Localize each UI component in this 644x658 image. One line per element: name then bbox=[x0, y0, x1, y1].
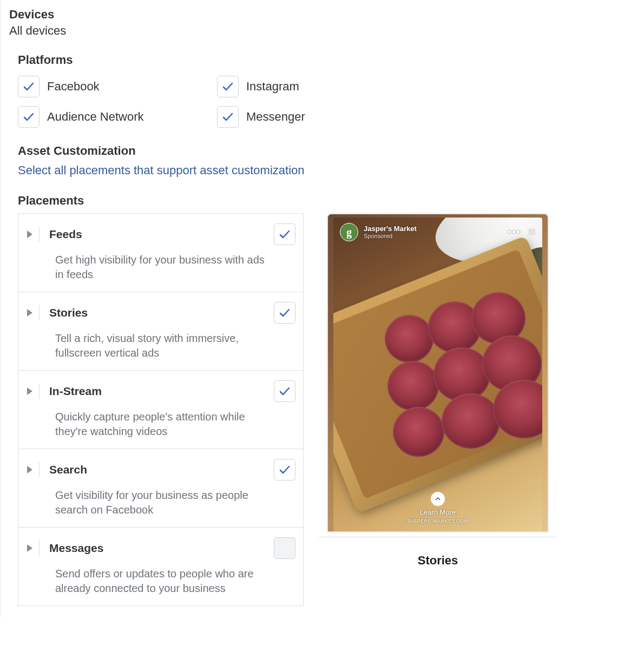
check-icon bbox=[278, 306, 291, 319]
platform-instagram-checkbox[interactable] bbox=[217, 76, 239, 97]
site-label: JASPERS-MARKET.COM bbox=[407, 518, 468, 524]
placement-in-stream-checkbox[interactable] bbox=[274, 380, 295, 402]
placement-search-title: Search bbox=[49, 463, 274, 476]
platform-instagram: Instagram bbox=[217, 76, 635, 97]
placement-in-stream: In-Stream Quickly capture people's atten… bbox=[18, 371, 303, 449]
placement-search-checkbox[interactable] bbox=[274, 459, 295, 481]
platform-messenger: Messenger bbox=[217, 106, 635, 128]
platform-audience-network-checkbox[interactable] bbox=[18, 106, 40, 128]
platforms-heading: Platforms bbox=[18, 53, 635, 67]
platform-facebook-label: Facebook bbox=[47, 80, 100, 94]
advertiser-avatar: g bbox=[340, 223, 358, 241]
placement-feeds-checkbox[interactable] bbox=[274, 223, 295, 245]
check-icon bbox=[221, 80, 234, 93]
placement-feeds-title: Feeds bbox=[49, 228, 274, 241]
platform-facebook-checkbox[interactable] bbox=[18, 76, 40, 97]
caret-right-icon[interactable] bbox=[27, 231, 32, 238]
check-icon bbox=[278, 385, 291, 398]
divider bbox=[39, 227, 40, 242]
more-icon[interactable]: ••• bbox=[508, 227, 521, 238]
check-icon bbox=[278, 228, 291, 241]
placement-feeds-desc: Get high visibility for your business wi… bbox=[55, 253, 295, 282]
caret-right-icon[interactable] bbox=[27, 466, 32, 473]
platform-messenger-checkbox[interactable] bbox=[217, 106, 239, 128]
platform-facebook: Facebook bbox=[18, 76, 217, 97]
placement-stories-title: Stories bbox=[49, 306, 274, 319]
placement-stories-desc: Tell a rich, visual story with immersive… bbox=[55, 331, 295, 360]
placements-list: Feeds Get high visibility for your busin… bbox=[18, 213, 304, 606]
platform-audience-network-label: Audience Network bbox=[47, 110, 144, 124]
story-image: g Jasper's Market Sponsored ••• ✕ bbox=[333, 218, 542, 531]
placements-heading: Placements bbox=[18, 194, 635, 208]
check-icon bbox=[278, 463, 291, 476]
divider bbox=[39, 305, 40, 320]
check-icon bbox=[22, 80, 35, 93]
caret-right-icon[interactable] bbox=[27, 544, 32, 552]
chevron-up-icon[interactable] bbox=[431, 492, 445, 506]
placement-messages-title: Messages bbox=[49, 542, 274, 555]
platform-messenger-label: Messenger bbox=[246, 110, 305, 124]
placement-messages-desc: Send offers or updates to people who are… bbox=[55, 567, 295, 596]
placement-in-stream-desc: Quickly capture people's attention while… bbox=[55, 410, 295, 439]
caret-right-icon[interactable] bbox=[27, 387, 32, 395]
placement-in-stream-title: In-Stream bbox=[49, 385, 274, 398]
placement-messages: Messages Send offers or updates to peopl… bbox=[18, 528, 303, 606]
divider bbox=[39, 462, 40, 477]
placement-stories-checkbox[interactable] bbox=[274, 302, 295, 324]
check-icon bbox=[221, 110, 234, 123]
platform-audience-network: Audience Network bbox=[18, 106, 217, 128]
platform-instagram-label: Instagram bbox=[246, 80, 299, 94]
placement-stories: Stories Tell a rich, visual story with i… bbox=[18, 292, 303, 371]
asset-customization-link[interactable]: Select all placements that support asset… bbox=[18, 163, 305, 177]
placement-feeds: Feeds Get high visibility for your busin… bbox=[18, 214, 303, 292]
preview-label: Stories bbox=[319, 537, 557, 573]
devices-value: All devices bbox=[9, 24, 635, 38]
placement-messages-checkbox[interactable] bbox=[274, 537, 295, 559]
check-icon bbox=[22, 110, 35, 123]
advertiser-name: Jasper's Market bbox=[364, 225, 502, 233]
asset-customization-heading: Asset Customization bbox=[18, 144, 635, 158]
placement-search-desc: Get visibility for your business as peop… bbox=[55, 488, 295, 517]
cta-label[interactable]: Learn More bbox=[420, 508, 456, 516]
devices-heading: Devices bbox=[9, 8, 635, 22]
divider bbox=[39, 541, 40, 556]
placement-search: Search Get visibility for your business … bbox=[18, 449, 303, 528]
sponsored-label: Sponsored bbox=[364, 233, 502, 239]
phone-frame: g Jasper's Market Sponsored ••• ✕ bbox=[327, 213, 549, 532]
close-icon[interactable]: ✕ bbox=[528, 226, 536, 238]
placement-preview: g Jasper's Market Sponsored ••• ✕ bbox=[319, 213, 557, 606]
divider bbox=[39, 384, 40, 399]
caret-right-icon[interactable] bbox=[27, 309, 32, 317]
